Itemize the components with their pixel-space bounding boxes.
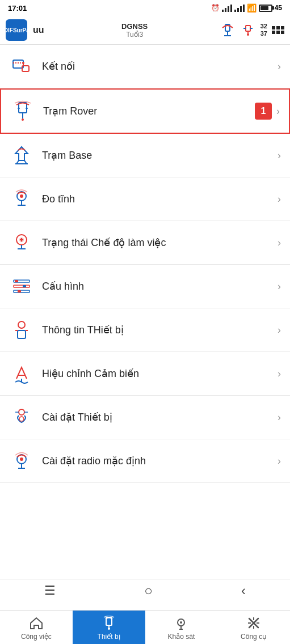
nav-icons: 32 37 (220, 22, 284, 38)
alarm-icon: ⏰ (211, 4, 220, 12)
menu-item-thong-tin[interactable]: Thông tin THiết bị › (0, 308, 290, 352)
do-tinh-label: Đo tĩnh (42, 193, 278, 205)
menu-list: Kết nối › Trạm Rover 1 › (0, 45, 290, 483)
signal-icon-2 (234, 4, 245, 12)
trang-thai-label: Trạng thái Chế độ làm việc (42, 236, 278, 249)
nav-tuoi: Tuổi3 (126, 31, 143, 39)
menu-item-cau-hinh[interactable]: Cấu hình › (0, 265, 290, 308)
tab-cong-viec[interactable]: Công việc (0, 611, 73, 644)
tram-base-chevron: › (278, 150, 281, 162)
svg-rect-33 (14, 290, 30, 293)
sensor-icon (9, 361, 34, 386)
svg-rect-35 (23, 285, 26, 287)
svg-rect-34 (15, 280, 18, 282)
tab-thiet-bi-label: Thiết bị (98, 633, 120, 641)
radio-icon (9, 448, 34, 473)
cau-hinh-label: Cấu hình (42, 280, 278, 293)
tab-cong-cu[interactable]: Công cụ (217, 611, 290, 644)
cai-dat-label: Cài đặt Thiết bị (42, 411, 278, 423)
connect-icon (9, 54, 34, 79)
thong-tin-label: Thông tin THiết bị (42, 324, 278, 336)
status-bar: 17:01 ⏰ 📶 45 (0, 0, 290, 16)
svg-point-37 (18, 321, 25, 328)
menu-item-trang-thai[interactable]: Trạng thái Chế độ làm việc › (0, 221, 290, 265)
radio-default-label: Cài đặt radio mặc định (42, 455, 278, 467)
tab-bar: Công việc Thiết bị Khảo sát (0, 610, 290, 644)
hieu-chinh-chevron: › (278, 368, 281, 380)
ket-noi-label: Kết nối (42, 60, 278, 73)
status-time: 17:01 (8, 4, 27, 12)
svg-point-24 (20, 194, 23, 198)
svg-point-7 (247, 33, 249, 36)
tab-cong-viec-label: Công việc (21, 633, 52, 641)
app-logo: FOIF SurPad (6, 19, 27, 41)
user-label: uu (33, 25, 44, 35)
svg-point-15 (22, 118, 24, 121)
svg-point-55 (180, 621, 182, 624)
tab-khao-sat[interactable]: Khảo sát (145, 611, 218, 644)
battery-icon (259, 5, 272, 12)
signal-icon-1 (222, 4, 232, 12)
menu-item-hieu-chinh[interactable]: Hiệu chỉnh Cảm biến › (0, 352, 290, 396)
nav-home-btn[interactable]: ○ (144, 583, 153, 599)
tab-thiet-bi[interactable]: Thiết bị (73, 611, 145, 644)
nav-back-btn[interactable]: ‹ (241, 583, 246, 599)
svg-point-44 (19, 417, 24, 421)
grid-icon (272, 26, 284, 34)
svg-rect-36 (18, 290, 21, 293)
rover-badge: 1 (255, 103, 272, 120)
thong-tin-chevron: › (278, 324, 281, 336)
device-icon (101, 615, 117, 631)
menu-item-cai-dat[interactable]: Cài đặt Thiết bị › (0, 396, 290, 439)
nav-center: DGNSS Tuổi3 (56, 22, 214, 39)
svg-rect-38 (18, 331, 26, 338)
nav-dgnss: DGNSS (121, 22, 148, 31)
svg-point-12 (22, 62, 24, 64)
svg-rect-3 (246, 26, 250, 31)
status-icon (9, 230, 34, 255)
survey-icon (173, 615, 189, 631)
config-icon (9, 274, 34, 299)
settings-icon (9, 405, 34, 430)
battery-level: 45 (275, 4, 282, 12)
tools-icon (246, 615, 262, 631)
trang-thai-chevron: › (278, 237, 281, 249)
svg-point-53 (108, 628, 110, 630)
tram-base-label: Trạm Base (42, 149, 278, 162)
menu-item-radio-default[interactable]: Cài đặt radio mặc định › (0, 439, 290, 483)
svg-point-43 (19, 409, 24, 415)
static-icon (9, 187, 34, 211)
satellite-icon (240, 22, 256, 38)
cau-hinh-chevron: › (278, 281, 281, 293)
nav-menu-btn[interactable]: ☰ (44, 583, 56, 598)
tram-rover-label: Trạm Rover (43, 105, 255, 117)
antenna-icon (220, 22, 236, 38)
menu-item-tram-base[interactable]: Trạm Base › (0, 134, 290, 177)
home-icon (28, 615, 44, 631)
status-icons: ⏰ 📶 45 (211, 3, 282, 12)
base-icon (9, 143, 34, 168)
svg-rect-13 (19, 103, 27, 113)
hieu-chinh-label: Hiệu chỉnh Cảm biến (42, 367, 278, 380)
svg-rect-32 (14, 285, 30, 287)
menu-item-tram-rover[interactable]: Trạm Rover 1 › (0, 88, 290, 134)
top-nav: FOIF SurPad uu DGNSS Tuổi3 32 37 (0, 16, 290, 45)
rover-icon (10, 99, 35, 124)
cai-dat-chevron: › (278, 412, 281, 423)
svg-point-48 (20, 457, 23, 461)
menu-item-do-tinh[interactable]: Đo tĩnh › (0, 177, 290, 221)
ket-noi-chevron: › (278, 61, 281, 73)
tab-cong-cu-label: Công cụ (241, 633, 267, 641)
tram-rover-chevron: › (276, 105, 280, 117)
tab-khao-sat-label: Khảo sát (168, 633, 195, 641)
info-icon (9, 317, 34, 342)
nav-signal-nums: 32 37 (260, 23, 267, 37)
android-nav-bar: ☰ ○ ‹ (0, 579, 290, 602)
wifi-icon: 📶 (247, 3, 257, 12)
do-tinh-chevron: › (278, 193, 281, 205)
radio-default-chevron: › (278, 455, 281, 467)
menu-item-ket-noi[interactable]: Kết nối › (0, 45, 290, 88)
